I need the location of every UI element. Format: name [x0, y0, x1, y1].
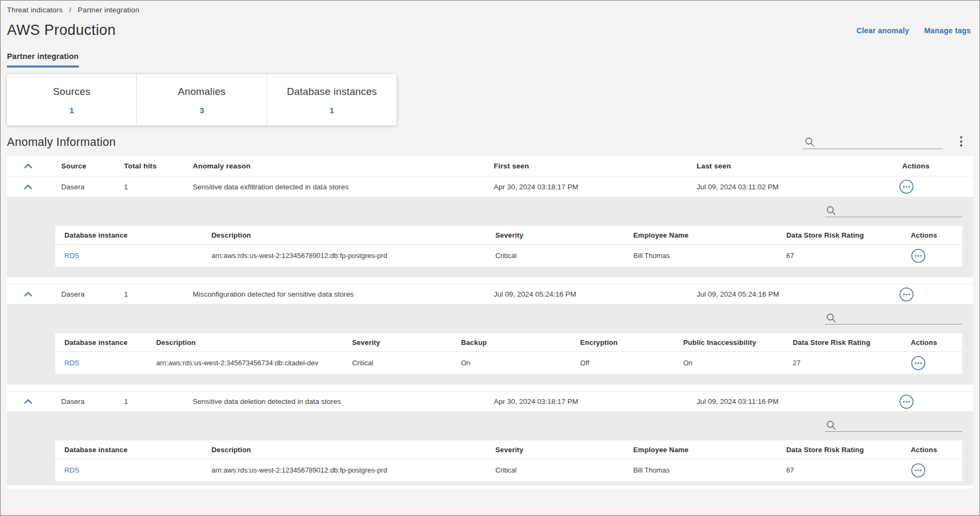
- row-actions-button[interactable]: [911, 356, 926, 371]
- detail-table-header: Database instance Description Severity E…: [55, 440, 962, 459]
- anomaly-detail-panel: Database instance Description Severity B…: [7, 304, 973, 385]
- vertical-dots-icon: [960, 136, 962, 138]
- detail-search-input[interactable]: [840, 315, 962, 323]
- tab-bar: Partner integration: [7, 51, 973, 68]
- header-actions: Clear anomaly Manage tags: [857, 26, 973, 35]
- manage-tags-link[interactable]: Manage tags: [924, 26, 971, 35]
- row-actions-button[interactable]: [899, 287, 914, 302]
- cell-total-hits: 1: [124, 290, 193, 298]
- search-icon: [826, 313, 836, 323]
- card-value[interactable]: 1: [267, 106, 397, 115]
- page: Threat indicators / Partner integration …: [0, 0, 980, 516]
- chevron-up-icon: [24, 291, 33, 297]
- detail-search: [825, 313, 962, 325]
- detail-search-input[interactable]: [840, 208, 962, 216]
- cell-risk-rating: 27: [793, 359, 911, 367]
- cell-source: Dasera: [61, 397, 124, 406]
- anomaly-detail-panel: Database instance Description Severity E…: [7, 197, 973, 277]
- col-last-seen: Last seen: [697, 162, 895, 170]
- breadcrumb-separator: /: [69, 6, 71, 14]
- detail-table: Database instance Description Severity E…: [55, 226, 962, 267]
- cell-total-hits: 1: [124, 397, 193, 406]
- chevron-up-icon: [24, 163, 33, 169]
- card-value[interactable]: 1: [7, 106, 136, 115]
- row-actions-button[interactable]: [911, 248, 926, 263]
- col-employee-name: Employee Name: [633, 446, 786, 454]
- col-actions: Actions: [895, 162, 973, 170]
- cell-last-seen: Jul 09, 2024 03:11:02 PM: [697, 183, 895, 191]
- database-instance-link[interactable]: RDS: [64, 252, 79, 260]
- col-database-instance: Database instance: [64, 446, 211, 454]
- col-backup: Backup: [461, 338, 580, 347]
- collapse-row-button[interactable]: [7, 184, 61, 190]
- card-value[interactable]: 3: [137, 106, 266, 115]
- cell-last-seen: Jul 09, 2024 05:24:16 PM: [697, 290, 895, 298]
- page-title: AWS Production: [7, 22, 116, 39]
- cell-first-seen: Apr 30, 2024 03:18:17 PM: [494, 183, 697, 191]
- cell-first-seen: Apr 30, 2024 03:18:17 PM: [494, 397, 697, 406]
- cell-description: arn:aws:rds:us-west-2:123456789012:db:fp…: [211, 252, 495, 260]
- row-actions-button[interactable]: [899, 394, 914, 409]
- collapse-row-button[interactable]: [7, 291, 61, 297]
- col-actions: Actions: [911, 231, 962, 239]
- collapse-all-button[interactable]: [7, 163, 61, 169]
- bottom-strip: [1, 510, 979, 515]
- anomaly-search-input[interactable]: [819, 138, 943, 147]
- summary-card-sources: Sources 1: [7, 74, 136, 126]
- database-instance-link[interactable]: RDS: [64, 466, 79, 474]
- ellipsis-icon: [899, 394, 914, 409]
- col-severity: Severity: [495, 446, 633, 454]
- col-risk-rating: Data Store Risk Rating: [786, 446, 911, 454]
- detail-search: [825, 420, 962, 432]
- kebab-menu-button[interactable]: [957, 135, 966, 148]
- detail-row: RDS arn:aws:rds:us-west-2:123456789012:d…: [55, 459, 962, 481]
- summary-card-database-instances: Database instances 1: [267, 74, 397, 126]
- cell-anomaly-reason: Sensitive data exfiltration detected in …: [193, 183, 494, 191]
- detail-table: Database instance Description Severity E…: [55, 440, 962, 481]
- summary-card-anomalies: Anomalies 3: [136, 74, 266, 126]
- detail-search-input[interactable]: [840, 422, 962, 430]
- anomaly-row: Dasera 1 Misconfiguration detected for s…: [7, 284, 973, 304]
- cell-public-inaccessibility: On: [683, 359, 793, 367]
- col-severity: Severity: [495, 231, 633, 239]
- card-label: Database instances: [267, 86, 397, 98]
- col-risk-rating: Data Store Risk Rating: [793, 338, 911, 347]
- cell-description: arn:aws:rds:us-west-2:345673456734:db:ci…: [156, 359, 352, 367]
- collapse-row-button[interactable]: [7, 399, 61, 404]
- cell-description: arn:aws:rds:us-west-2:123456789012:db:fp…: [211, 466, 495, 474]
- col-description: Description: [211, 446, 495, 454]
- row-separator: [7, 385, 973, 391]
- summary-cards: Sources 1 Anomalies 3 Database instances…: [7, 74, 397, 126]
- cell-risk-rating: 67: [786, 252, 911, 260]
- row-actions-button[interactable]: [899, 179, 914, 194]
- col-source: Source: [61, 162, 124, 170]
- anomaly-detail-panel: Database instance Description Severity E…: [7, 411, 973, 485]
- ellipsis-icon: [899, 287, 914, 302]
- row-actions-button[interactable]: [911, 463, 926, 478]
- cell-anomaly-reason: Misconfiguration detected for sensitive …: [193, 290, 494, 298]
- clear-anomaly-link[interactable]: Clear anomaly: [857, 26, 909, 35]
- database-instance-link[interactable]: RDS: [64, 359, 79, 367]
- search-icon: [805, 137, 815, 147]
- anomaly-table: Source Total hits Anomaly reason First s…: [7, 156, 973, 489]
- section-title: Anomaly Information: [7, 136, 116, 149]
- tab-partner-integration[interactable]: Partner integration: [7, 52, 79, 68]
- cell-employee-name: Bill Thomas: [633, 466, 786, 474]
- cell-severity: Critical: [495, 252, 633, 260]
- breadcrumb-threat-indicators[interactable]: Threat indicators: [7, 6, 63, 14]
- col-anomaly-reason: Anomaly reason: [193, 162, 494, 170]
- breadcrumb-partner-integration: Partner integration: [78, 6, 140, 14]
- ellipsis-icon: [911, 248, 926, 263]
- cell-anomaly-reason: Sensitive data deletion detected in data…: [193, 397, 494, 406]
- col-actions: Actions: [911, 446, 962, 454]
- cell-total-hits: 1: [124, 183, 193, 191]
- chevron-up-icon: [24, 399, 33, 404]
- detail-search: [825, 205, 962, 217]
- col-encryption: Encryption: [580, 338, 683, 347]
- detail-row: RDS arn:aws:rds:us-west-2:345673456734:d…: [55, 352, 962, 374]
- cell-severity: Critical: [495, 466, 633, 474]
- cell-source: Dasera: [61, 183, 124, 191]
- col-description: Description: [156, 338, 352, 347]
- col-actions: Actions: [911, 338, 962, 347]
- detail-row: RDS arn:aws:rds:us-west-2:123456789012:d…: [55, 245, 962, 267]
